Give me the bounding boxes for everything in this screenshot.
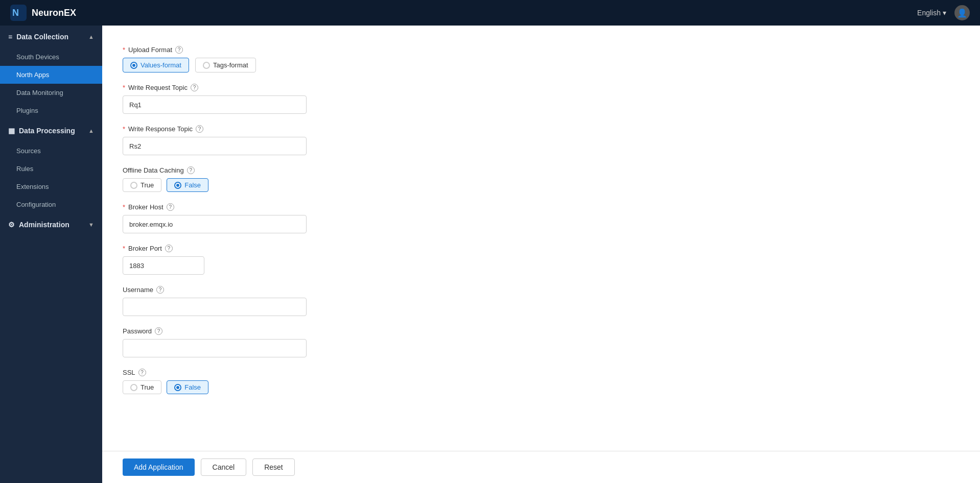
sidebar-section-label-administration: Administration: [19, 221, 69, 229]
upload-format-help-icon[interactable]: ?: [175, 46, 183, 54]
ssl-toggle: True False: [123, 380, 439, 394]
password-label: Password ?: [123, 327, 439, 335]
offline-caching-field: Offline Data Caching ? True False: [123, 166, 439, 192]
upload-format-field: * Upload Format ? Values-format Tags-for…: [123, 46, 439, 73]
footer-bar: Add Application Cancel Reset: [102, 451, 980, 483]
username-input[interactable]: [123, 298, 307, 316]
ssl-false[interactable]: False: [167, 380, 208, 394]
logo: N NeuronEX: [10, 5, 76, 21]
administration-icon: ⚙: [8, 221, 15, 229]
username-label: Username ?: [123, 286, 439, 294]
sidebar-section-header-data-processing[interactable]: ▦ Data Processing ▲: [0, 119, 102, 142]
upload-format-label: * Upload Format ?: [123, 46, 439, 54]
sidebar-item-rules[interactable]: Rules: [0, 160, 102, 178]
sidebar-section-administration: ⚙ Administration ▼: [0, 213, 102, 236]
offline-caching-help-icon[interactable]: ?: [187, 166, 195, 174]
cancel-button[interactable]: Cancel: [201, 458, 247, 476]
password-input[interactable]: [123, 339, 307, 357]
sidebar-section-header-administration[interactable]: ⚙ Administration ▼: [0, 213, 102, 236]
upload-format-radio-group: Values-format Tags-format: [123, 58, 439, 73]
broker-host-input[interactable]: [123, 215, 307, 233]
sidebar-item-extensions[interactable]: Extensions: [0, 178, 102, 196]
write-request-topic-field: * Write Request Topic ?: [123, 84, 439, 114]
offline-caching-toggle: True False: [123, 178, 439, 192]
radio-circle-values: [130, 62, 137, 69]
broker-port-help-icon[interactable]: ?: [165, 245, 173, 252]
sidebar-section-items-data-processing: Sources Rules Extensions Configuration: [0, 142, 102, 213]
write-response-topic-field: * Write Response Topic ?: [123, 125, 439, 155]
broker-port-field: * Broker Port ?: [123, 245, 439, 275]
svg-text:N: N: [12, 8, 19, 18]
data-collection-icon: ≡: [8, 33, 12, 41]
sidebar-section-label-data-collection: Data Collection: [16, 33, 68, 41]
offline-caching-true[interactable]: True: [123, 178, 161, 192]
chevron-up-icon: ▲: [88, 34, 94, 40]
write-request-topic-input[interactable]: [123, 95, 307, 114]
radio-circle-offline-false: [174, 182, 181, 189]
data-processing-icon: ▦: [8, 127, 15, 135]
sidebar-item-north-apps[interactable]: North Apps: [0, 66, 102, 84]
broker-host-label: * Broker Host ?: [123, 203, 439, 211]
password-help-icon[interactable]: ?: [155, 327, 162, 335]
password-field: Password ?: [123, 327, 439, 357]
app-header: N NeuronEX English ▾ 👤: [0, 0, 980, 26]
language-selector[interactable]: English ▾: [917, 9, 946, 17]
chevron-down-icon: ▾: [943, 9, 946, 17]
header-right: English ▾ 👤: [917, 5, 970, 20]
layout: ≡ Data Collection ▲ South Devices North …: [0, 26, 980, 483]
radio-tags-format[interactable]: Tags-format: [195, 58, 256, 73]
write-response-topic-input[interactable]: [123, 137, 307, 155]
sidebar: ≡ Data Collection ▲ South Devices North …: [0, 26, 102, 483]
ssl-help-icon[interactable]: ?: [138, 369, 146, 376]
form-container: * Upload Format ? Values-format Tags-for…: [102, 26, 460, 446]
sidebar-item-configuration[interactable]: Configuration: [0, 196, 102, 213]
sidebar-item-south-devices[interactable]: South Devices: [0, 48, 102, 66]
add-application-button[interactable]: Add Application: [123, 458, 195, 476]
lang-label: English: [917, 9, 941, 17]
ssl-field: SSL ? True False: [123, 369, 439, 394]
radio-values-format[interactable]: Values-format: [123, 58, 189, 73]
logo-text: NeuronEX: [32, 8, 76, 18]
write-request-topic-label: * Write Request Topic ?: [123, 84, 439, 91]
broker-port-label: * Broker Port ?: [123, 245, 439, 252]
chevron-down-icon-admin: ▼: [88, 222, 94, 228]
sidebar-section-data-collection: ≡ Data Collection ▲ South Devices North …: [0, 26, 102, 119]
write-response-topic-label: * Write Response Topic ?: [123, 125, 439, 133]
radio-circle-ssl-false: [174, 384, 181, 391]
broker-host-help-icon[interactable]: ?: [167, 203, 174, 211]
username-help-icon[interactable]: ?: [156, 286, 164, 294]
username-field: Username ?: [123, 286, 439, 316]
offline-caching-false[interactable]: False: [167, 178, 208, 192]
sidebar-section-items-data-collection: South Devices North Apps Data Monitoring…: [0, 48, 102, 119]
radio-circle-tags: [203, 62, 210, 69]
chevron-up-icon-processing: ▲: [88, 128, 94, 134]
broker-port-input[interactable]: [123, 256, 204, 275]
user-icon: 👤: [957, 8, 967, 18]
reset-button[interactable]: Reset: [252, 458, 295, 476]
sidebar-item-sources[interactable]: Sources: [0, 142, 102, 160]
sidebar-section-label-data-processing: Data Processing: [19, 127, 75, 135]
ssl-true[interactable]: True: [123, 380, 161, 394]
sidebar-section-data-processing: ▦ Data Processing ▲ Sources Rules Extens…: [0, 119, 102, 213]
sidebar-item-data-monitoring[interactable]: Data Monitoring: [0, 84, 102, 102]
main-content: * Upload Format ? Values-format Tags-for…: [102, 26, 980, 483]
radio-circle-ssl-true: [130, 384, 137, 391]
sidebar-section-header-data-collection[interactable]: ≡ Data Collection ▲: [0, 26, 102, 48]
write-response-topic-help-icon[interactable]: ?: [196, 125, 203, 133]
radio-circle-offline-true: [130, 182, 137, 189]
broker-host-field: * Broker Host ?: [123, 203, 439, 233]
user-avatar[interactable]: 👤: [954, 5, 970, 20]
sidebar-item-plugins[interactable]: Plugins: [0, 102, 102, 119]
logo-icon: N: [10, 5, 27, 21]
ssl-label: SSL ?: [123, 369, 439, 376]
offline-caching-label: Offline Data Caching ?: [123, 166, 439, 174]
write-request-topic-help-icon[interactable]: ?: [191, 84, 198, 91]
